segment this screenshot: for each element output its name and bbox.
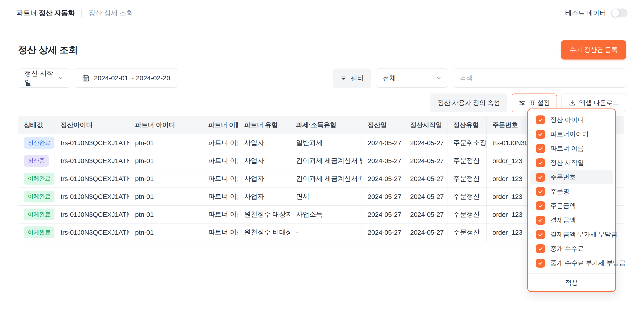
cell-settle-type: 주문정산 [448, 170, 486, 188]
column-toggle-item[interactable]: 주문명 [530, 184, 613, 199]
topbar: 파트너 정산 자동화 정산 상세 조회 테스트 데이터 [0, 0, 644, 27]
checkbox-checked-icon[interactable] [536, 144, 545, 153]
settlement-custom-attr-button[interactable]: 정산 사용자 정의 속성 [430, 94, 507, 112]
cell-settle-type: 주문정산 [448, 206, 486, 223]
cell-settle-date: 2024-05-27 [362, 206, 404, 223]
checkbox-checked-icon[interactable] [536, 130, 545, 139]
cell-partner-name: 파트너 이름 [202, 134, 238, 152]
search-input[interactable] [460, 74, 620, 82]
column-header: 정산아이디 [55, 116, 129, 134]
page-title: 정산 상세 조회 [18, 44, 78, 56]
column-toggle-item[interactable]: 중개 수수료 부가세 부담금 [530, 256, 613, 270]
search-scope-value: 전체 [382, 74, 396, 83]
column-header: 과세·소득유형 [290, 116, 362, 134]
column-toggle-item[interactable]: 파트너아이디 [530, 127, 613, 141]
search-scope-select[interactable]: 전체 [376, 69, 448, 88]
column-toggle-item[interactable]: 결제금액 부가세 부담금 [530, 227, 613, 242]
column-toggle-label: 파트너 이름 [550, 144, 584, 153]
apply-button[interactable]: 적용 [528, 273, 616, 291]
cell-partner-name: 파트너 이름 [202, 223, 238, 241]
column-toggle-item[interactable]: 파트너 이름 [530, 141, 613, 156]
column-toggle-label: 중개 수수료 부가세 부담금 [550, 259, 626, 267]
column-toggle-label: 파트너아이디 [550, 130, 588, 139]
cell-partner-type: 사업자 [238, 170, 290, 188]
cell-settle-start-date: 2024-05-27 [404, 170, 448, 188]
column-header: 정산시작일 [404, 116, 448, 134]
cell-partner-name: 파트너 이름 [202, 170, 238, 188]
cell-partner-name: 파트너 이름 [202, 188, 238, 206]
test-data-toggle[interactable] [611, 9, 628, 18]
column-header: 파트너 아이디 [129, 116, 202, 134]
checkbox-checked-icon[interactable] [536, 158, 545, 167]
column-header: 파트너 이름 [202, 116, 238, 134]
download-icon [569, 99, 576, 107]
checkbox-checked-icon[interactable] [536, 259, 545, 267]
cell-tax-type: 간이과세 세금계산서 미발행 [290, 170, 362, 188]
excel-download-label: 엑셀 다운로드 [579, 98, 619, 107]
cell-tax-type: 일반과세 [290, 134, 362, 152]
cell-settlement-id: trs-01J0N3QCEXJ1ATN2 [55, 223, 129, 241]
cell-settle-date: 2024-05-27 [362, 152, 404, 170]
cell-settle-start-date: 2024-05-27 [404, 206, 448, 223]
filter-button[interactable]: 필터 [333, 69, 372, 88]
manual-settlement-register-button[interactable]: 수기 정산건 등록 [561, 40, 626, 60]
status-badge: 이체완료 [24, 208, 54, 220]
checkbox-checked-icon[interactable] [536, 187, 545, 196]
chevron-down-icon [436, 75, 442, 81]
date-range-picker[interactable]: 2024-02-01 ~ 2024-02-20 [75, 69, 177, 88]
calendar-icon [82, 74, 90, 82]
cell-settle-type: 주문취소정산 [448, 134, 486, 152]
checkbox-checked-icon[interactable] [536, 230, 545, 239]
checkbox-checked-icon[interactable] [536, 244, 545, 253]
cell-tax-type: - [290, 223, 362, 241]
search-field [453, 69, 626, 88]
column-toggle-item[interactable]: 정산 시작일 [530, 156, 613, 170]
cell-partner-type: 원천징수 대상자 [238, 206, 290, 223]
column-toggle-item[interactable]: 주문금액 [530, 199, 613, 213]
column-toggle-item[interactable]: 주문번호 [530, 170, 613, 184]
cell-settlement-id: trs-01J0N3QCEXJ1ATN2 [55, 206, 129, 223]
cell-settlement-id: trs-01J0N3QCEXJ1ATN2 [55, 152, 129, 170]
filter-lines-icon [340, 75, 347, 81]
filter-button-label: 필터 [350, 74, 364, 83]
cell-settle-start-date: 2024-05-27 [404, 152, 448, 170]
checkbox-checked-icon[interactable] [536, 115, 545, 124]
sliders-icon [519, 99, 526, 107]
checkbox-checked-icon[interactable] [536, 216, 545, 225]
date-field-select[interactable]: 정산 시작일 [18, 69, 70, 88]
cell-settlement-id: trs-01J0N3QCEXJ1ATN2 [55, 170, 129, 188]
date-range-value: 2024-02-01 ~ 2024-02-20 [94, 74, 170, 82]
checkbox-checked-icon[interactable] [536, 173, 545, 182]
cell-settle-type: 주문정산 [448, 152, 486, 170]
cell-settle-start-date: 2024-05-27 [404, 134, 448, 152]
column-toggle-label: 중개 수수료 [550, 244, 584, 253]
column-toggle-label: 결제금액 [550, 216, 576, 225]
column-header: 상태값 [18, 116, 55, 134]
column-header: 정산일 [362, 116, 404, 134]
cell-tax-type: 간이과세 세금계산서 발행 [290, 152, 362, 170]
cell-settle-date: 2024-05-27 [362, 223, 404, 241]
column-toggle-item[interactable]: 결제금액 [530, 213, 613, 227]
topbar-divider [82, 9, 82, 17]
cell-partner-id: ptn-01 [129, 170, 202, 188]
status-badge: 이체완료 [24, 226, 54, 238]
column-toggle-item[interactable]: 정산 아이디 [530, 113, 613, 127]
checkbox-checked-icon[interactable] [536, 201, 545, 210]
column-header: 정산유형 [448, 116, 486, 134]
column-toggle-label: 정산 시작일 [550, 158, 584, 167]
test-data-label: 테스트 데이터 [565, 9, 606, 18]
breadcrumb: 정산 상세 조회 [88, 8, 133, 18]
table-settings-label: 표 설정 [529, 98, 550, 107]
cell-partner-id: ptn-01 [129, 223, 202, 241]
column-toggle-label: 주문금액 [550, 201, 576, 210]
cell-partner-id: ptn-01 [129, 152, 202, 170]
date-field-select-value: 정산 시작일 [24, 69, 58, 87]
cell-settle-start-date: 2024-05-27 [404, 223, 448, 241]
cell-settle-date: 2024-05-27 [362, 188, 404, 206]
column-toggle-item[interactable]: 중개 수수료 [530, 242, 613, 256]
cell-settle-date: 2024-05-27 [362, 134, 404, 152]
chevron-down-icon [58, 75, 64, 81]
toggle-knob [612, 9, 619, 17]
app-title: 파트너 정산 자동화 [16, 8, 75, 18]
cell-settle-type: 주문정산 [448, 223, 486, 241]
